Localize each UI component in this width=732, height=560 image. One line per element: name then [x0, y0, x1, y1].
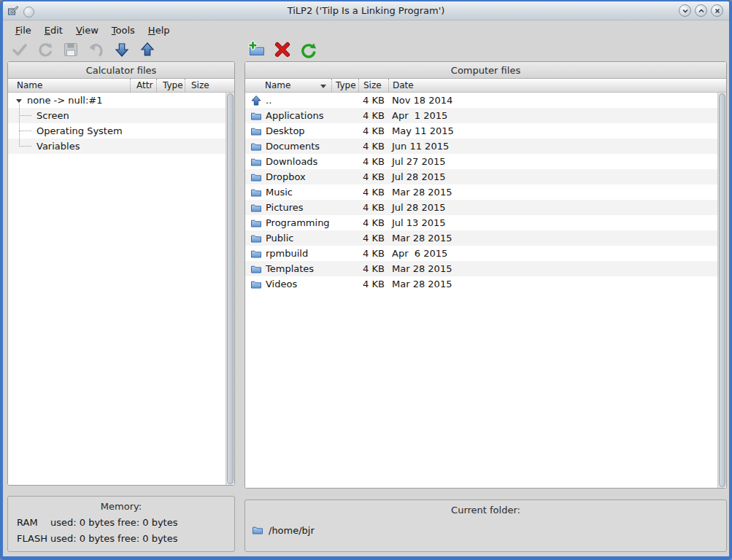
menu-item-edit[interactable]: Edit — [38, 23, 69, 37]
chevron-up-icon — [698, 7, 705, 15]
minimize-button[interactable] — [679, 4, 691, 17]
file-date: Mar 28 2015 — [388, 233, 726, 244]
new-folder-button[interactable] — [246, 39, 268, 60]
column-header-type[interactable]: Type — [156, 79, 185, 92]
calculator-files-panel: Calculator files Name Attr Type Size non… — [7, 61, 235, 486]
file-row[interactable]: Public 4 KB Mar 28 2015 — [245, 230, 726, 246]
file-date: Jul 27 2015 — [388, 156, 726, 167]
file-row[interactable]: Applications 4 KB Apr 1 2015 — [245, 108, 726, 123]
file-name: Programming — [266, 217, 330, 228]
refresh-button[interactable] — [297, 39, 319, 60]
column-header-attr[interactable]: Attr — [130, 79, 156, 92]
computer-files-panel: Computer files Name Type Size Date — [244, 61, 727, 489]
file-row[interactable]: Downloads 4 KB Jul 27 2015 — [245, 154, 726, 169]
tree-item-root[interactable]: none -> null:#1 — [8, 93, 234, 108]
memory-panel: Memory: RAM used: 0 bytes free: 0 bytes … — [7, 496, 235, 552]
file-row[interactable]: Templates 4 KB Mar 28 2015 — [245, 261, 726, 276]
file-name: Desktop — [266, 125, 305, 136]
file-size: 4 KB — [358, 217, 388, 228]
close-button[interactable] — [711, 4, 723, 17]
column-header-name[interactable]: Name — [8, 79, 130, 92]
file-date: Jul 28 2015 — [388, 202, 726, 213]
file-size: 4 KB — [358, 279, 388, 289]
tree-item-label: Screen — [36, 110, 69, 121]
folder-icon — [250, 141, 262, 152]
refresh-green-icon — [299, 41, 317, 58]
memory-flash-row: FLASH used: 0 bytes free: 0 bytes — [17, 533, 234, 544]
computer-files-list: .. 4 KB Nov 18 2014 Applications 4 KB Ap… — [245, 93, 726, 488]
scrollbar-thumb[interactable] — [227, 93, 234, 484]
file-size: 4 KB — [358, 156, 388, 167]
undo-button[interactable] — [85, 39, 107, 60]
file-name: .. — [266, 95, 271, 106]
computer-files-scrollbar[interactable] — [717, 93, 726, 488]
folder-icon — [250, 279, 262, 290]
refresh-disabled-button[interactable] — [34, 39, 56, 60]
file-size: 4 KB — [358, 95, 388, 106]
file-row[interactable]: Dropbox 4 KB Jul 28 2015 — [245, 169, 726, 184]
column-header-size[interactable]: Size — [185, 79, 234, 92]
flash-value: used: 0 bytes free: 0 bytes — [50, 533, 177, 544]
maximize-button[interactable] — [695, 4, 707, 17]
delete-button[interactable] — [271, 39, 293, 60]
app-window: TiLP2 ('Tilp Is a Linking Program') File… — [0, 0, 732, 560]
file-row[interactable]: Videos 4 KB Mar 28 2015 — [245, 276, 726, 292]
calculator-files-title: Calculator files — [8, 62, 234, 79]
file-row[interactable]: Pictures 4 KB Jul 28 2015 — [245, 200, 726, 215]
menu-bar: FileEditViewToolsHelp — [3, 21, 729, 39]
file-row[interactable]: .. 4 KB Nov 18 2014 — [245, 93, 726, 108]
validate-button[interactable] — [9, 39, 31, 60]
calculator-files-header: Name Attr Type Size — [8, 79, 234, 93]
file-size: 4 KB — [358, 125, 388, 136]
menu-item-help[interactable]: Help — [142, 23, 177, 37]
file-row[interactable]: Music 4 KB Mar 28 2015 — [245, 184, 726, 200]
tree-item[interactable]: Screen — [8, 108, 234, 123]
delete-icon — [274, 41, 291, 58]
file-date: Mar 28 2015 — [388, 263, 726, 274]
receive-files-button[interactable] — [111, 39, 133, 60]
upload-arrow-icon — [139, 42, 155, 58]
send-files-button[interactable] — [136, 39, 158, 60]
refresh-icon — [36, 41, 54, 58]
folder-icon — [250, 263, 262, 275]
folder-icon — [250, 156, 262, 168]
toolbar — [3, 39, 729, 61]
file-name: Dropbox — [266, 171, 306, 182]
file-date: Mar 28 2015 — [388, 187, 726, 198]
file-size: 4 KB — [358, 187, 388, 198]
menu-item-tools[interactable]: Tools — [105, 23, 142, 37]
column-header-name[interactable]: Name — [245, 79, 331, 92]
titlebar[interactable]: TiLP2 ('Tilp Is a Linking Program') — [3, 1, 729, 20]
tree-item[interactable]: Operating System — [8, 123, 234, 139]
save-button[interactable] — [60, 39, 82, 60]
calculator-files-scrollbar[interactable] — [226, 93, 234, 485]
file-size: 4 KB — [358, 171, 388, 182]
folder-icon — [250, 217, 262, 229]
save-icon — [62, 41, 80, 58]
column-header-type[interactable]: Type — [331, 79, 358, 92]
undo-icon — [88, 41, 105, 58]
file-name: Documents — [266, 141, 320, 152]
file-date: Mar 28 2015 — [388, 279, 726, 289]
column-header-name-label: Name — [265, 79, 290, 92]
file-row[interactable]: Programming 4 KB Jul 13 2015 — [245, 215, 726, 230]
file-name: rpmbuild — [266, 248, 308, 259]
column-header-size[interactable]: Size — [358, 79, 388, 92]
download-arrow-icon — [114, 42, 130, 58]
menu-item-view[interactable]: View — [69, 23, 105, 37]
file-row[interactable]: Desktop 4 KB May 11 2015 — [245, 123, 726, 139]
ram-label: RAM — [17, 517, 50, 528]
computer-files-header: Name Type Size Date — [245, 79, 726, 93]
check-icon — [11, 41, 28, 58]
file-size: 4 KB — [358, 110, 388, 121]
file-date: Apr 6 2015 — [388, 248, 726, 259]
scrollbar-thumb[interactable] — [719, 93, 725, 487]
expander-icon[interactable] — [16, 99, 22, 103]
column-header-date[interactable]: Date — [388, 79, 726, 92]
folder-icon — [250, 187, 262, 198]
file-row[interactable]: rpmbuild 4 KB Apr 6 2015 — [245, 246, 726, 261]
folder-icon — [250, 110, 262, 122]
file-row[interactable]: Documents 4 KB Jun 11 2015 — [245, 139, 726, 154]
menu-item-file[interactable]: File — [9, 23, 38, 37]
tree-item[interactable]: Variables — [8, 139, 234, 154]
